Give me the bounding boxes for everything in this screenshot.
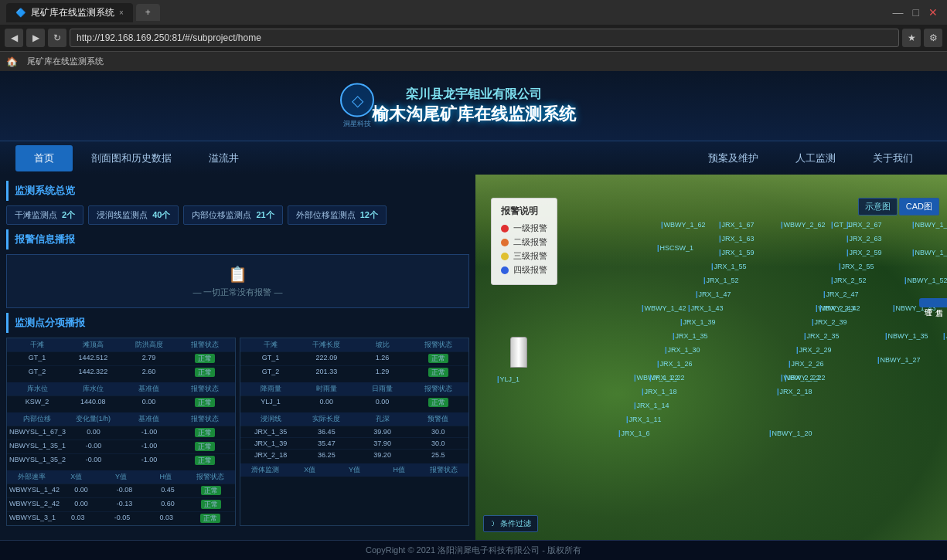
status-badge: 正常 [201,486,221,495]
forward-btn[interactable]: ▶ [26,29,45,47]
back-btn[interactable]: ◀ [5,29,23,47]
sensor-JRX252[interactable]: JRX_2_52 [831,277,867,284]
sensor-JRX118[interactable]: JRX_1_18 [642,388,677,395]
bookmark-tail-monitor[interactable]: 尾矿库在线监测系统 [27,56,104,67]
legend-item-3: 三级报警 [501,250,547,262]
nav-item-manual[interactable]: 人工监测 [777,145,854,171]
sensor-JRX243b[interactable]: JRX_2_43 [943,332,947,340]
table-row: NBWYSL_1_67_3 0.00 -1.00 正常 [7,426,235,440]
sensor-JRX16[interactable]: JRX_1_6 [618,429,650,437]
legend-label-1: 一级报警 [513,222,547,234]
table-row: GT_1 222.09 1.26 正常 [240,351,468,365]
sensor-JRX155[interactable]: JRX_1_55 [711,263,747,270]
legend-label-3: 三级报警 [513,250,547,262]
tab-close-btn[interactable]: × [119,8,124,17]
sensor-NBWY127[interactable]: NBWY_1_27 [877,356,921,364]
nav-item-profile[interactable]: 剖面图和历史数据 [73,145,190,171]
dry-beach-right-table: 干滩 干滩长度 坡比 报警状态 GT_1 222.09 1.26 正常 GT_2… [240,338,469,526]
sensor-JRX235[interactable]: JRX_2_35 [804,332,840,340]
sensor-WBWY162[interactable]: WBWY_1_62 [661,221,706,229]
sensor-NBWY159[interactable]: NBWY_1_59 [912,249,947,256]
sensor-JRX135[interactable]: JRX_1_35 [673,332,708,340]
sensor-WBWY262[interactable]: WBWY_2_62 [781,221,826,229]
close-btn[interactable]: ✕ [925,6,941,19]
bookmarks-bar: 🏠 尾矿库在线监测系统 [0,51,947,71]
status-badge: 正常 [201,500,221,509]
legend-dot-3 [501,253,509,260]
sensor-JRX263[interactable]: JRX_2_63 [847,235,882,243]
settings-btn[interactable]: ⚙ [924,29,942,47]
dry-beach-right-header: 干滩 干滩长度 坡比 报警状态 [240,338,468,351]
sensor-NBWY167[interactable]: NBWY_1_67 [912,221,947,229]
bookmark-btn[interactable]: ★ [902,29,921,47]
sensor-JRX159[interactable]: JRX_1_59 [719,249,755,256]
sensor-JRX222[interactable]: JRX_2_22 [785,374,820,382]
sensor-NBWY135[interactable]: NBWY_1_35 [885,332,928,340]
active-tab[interactable]: 🔷 尾矿库在线监测系统 × [6,3,133,22]
legend-item-1: 一级报警 [501,222,547,234]
reservoir-header: 库水位 库水位 基准值 报警状态 [7,382,235,395]
warning-status: — 一切正常没有报警 — [192,287,282,298]
nav-item-plan[interactable]: 预案及维护 [690,145,777,171]
slide-body-header: 滑体监测 X值 Y值 H值 报警状态 [240,463,468,477]
stat-internal: 内部位移监测点 21个 [183,205,282,225]
sensor-JRX226[interactable]: JRX_2_26 [789,360,824,368]
sensor-JRX130[interactable]: JRX_1_30 [665,346,700,354]
sensor-JRX163[interactable]: JRX_1_63 [719,235,755,243]
map-btn-diagram[interactable]: 示意图 [858,198,898,216]
sensor-JRX247[interactable]: JRX_2_47 [823,290,859,298]
sensor-JRX139[interactable]: JRX_1_39 [680,318,716,326]
sensor-JRX147[interactable]: JRX_1_47 [696,290,731,298]
footer-text: CopyRight © 2021 洛阳润犀电子科技有限公司 - 版权所有 [366,545,581,556]
sensor-JRX167[interactable]: JRX_1_67 [719,221,755,229]
legend-label-4: 四级报警 [513,264,547,276]
sensor-JRX143[interactable]: JRX_1_43 [688,304,724,312]
sensor-WBWY142[interactable]: WBWY_1_42 [642,304,686,312]
table-row: GT_2 1442.322 2.60 正常 [7,365,235,379]
sensor-JRX126[interactable]: JRX_1_26 [657,360,693,368]
sensor-JRX267[interactable]: JRX_2_67 [847,221,882,229]
legend-label-2: 二级报警 [513,236,547,248]
side-action-btn[interactable]: 售后 管理 [919,298,947,307]
refresh-btn[interactable]: ↻ [48,29,66,47]
sensor-YLJ1[interactable]: YLJ_1 [497,375,519,383]
system-name: 榆木沟尾矿库在线监测系统 [372,103,576,126]
map-btn-cad[interactable]: CAD图 [899,198,939,216]
external-rate-header: 外部速率 X值 Y值 H值 报警状态 [7,470,235,484]
sensor-JRX255[interactable]: JRX_2_55 [839,263,874,270]
legend-dot-1 [501,225,509,232]
sensor-JRX114[interactable]: JRX_1_14 [634,402,669,409]
legend-title: 报警说明 [501,205,547,218]
sensor-NBWY120[interactable]: NBWY_1_20 [769,429,812,437]
address-bar[interactable] [70,29,899,47]
sensor-NBWY152[interactable]: NBWY_1_52 [904,277,947,284]
map-background: 报警说明 一级报警 二级报警 三级报警 四级报警 [475,175,947,540]
filter-btn[interactable]: ᯿ 条件过滤 [483,515,538,532]
nav-item-home[interactable]: 首页 [15,145,73,171]
minimize-btn[interactable]: — [890,6,907,19]
nav-bar: 首页 剖面图和历史数据 溢流井 预案及维护 人工监测 关于我们 [0,141,947,175]
nav-item-overflow[interactable]: 溢流井 [190,145,257,171]
monitoring-overview-title: 监测系统总览 [6,181,469,201]
rainfall-header: 降雨量 时雨量 日雨量 报警状态 [240,382,468,395]
new-tab-btn[interactable]: + [136,4,160,21]
sensor-JRX259[interactable]: JRX_2_59 [847,249,882,256]
dry-beach-left-header: 干滩 滩顶高 防洪高度 报警状态 [7,338,235,351]
status-badge: 正常 [195,428,215,437]
sensor-JRX218[interactable]: JRX_2_18 [777,388,812,395]
sensor-JRX239[interactable]: JRX_2_39 [812,318,847,326]
nav-item-about[interactable]: 关于我们 [854,145,932,171]
dry-beach-left-table: 干滩 滩顶高 防洪高度 报警状态 GT_1 1442.512 2.79 正常 G… [6,338,236,526]
status-badge: 正常 [428,354,448,363]
sensor-JRX152[interactable]: JRX_1_52 [703,277,739,284]
sensor-JRX122[interactable]: JRX_1_22 [649,374,685,382]
logo-text: 洞星科技 [343,119,371,129]
warning-section: 📋 — 一切正常没有报警 — [6,254,469,308]
status-badge: 正常 [200,514,220,523]
sensor-HSCSW1[interactable]: HSCSW_1 [657,244,693,252]
sensor-JRX229[interactable]: JRX_2_29 [796,346,832,354]
sensor-JRX243[interactable]: JRX_2_43 [819,304,855,312]
maximize-btn[interactable]: □ [910,6,922,19]
table-row: WBWYSL_1_42 0.00 -0.08 0.45 正常 [7,484,235,497]
sensor-JRX111[interactable]: JRX_1_11 [626,416,662,423]
